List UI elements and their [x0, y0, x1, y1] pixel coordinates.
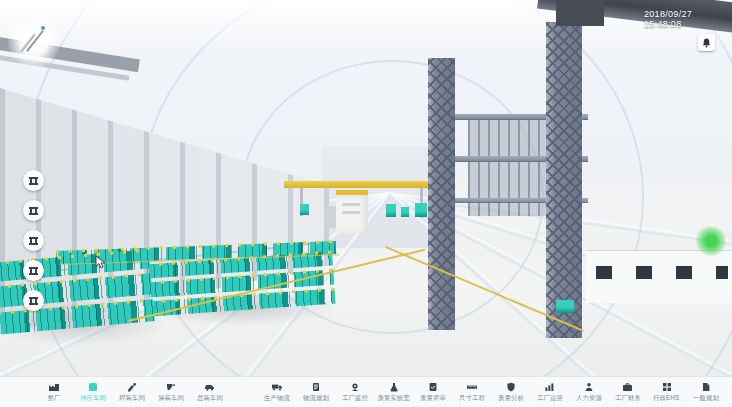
toolbar-item-admin-ehs[interactable]: 行政EHS — [647, 381, 686, 403]
press-machine-icon — [28, 206, 39, 216]
press-side-unit — [324, 206, 336, 228]
toolbar-item-welding-shop[interactable]: 焊装车间 — [112, 381, 151, 403]
crane-beam — [284, 181, 432, 188]
steel-column — [546, 22, 582, 338]
factory-icon — [48, 381, 60, 392]
press-machine-icon — [28, 266, 39, 276]
bar-chart-icon — [544, 381, 555, 392]
grid-icon — [662, 381, 672, 392]
office-wall-windows — [586, 250, 732, 303]
toolbar-item-production-logistics[interactable]: 生产物流 — [257, 381, 296, 403]
toolbar-item-dimensional-engineering[interactable]: 尺寸工程 — [452, 381, 491, 403]
toolbar-item-quality-review[interactable]: 质量评审 — [413, 381, 452, 403]
toolbar-item-general-planning[interactable]: 一般规划 — [686, 381, 725, 403]
steel-column — [428, 58, 455, 330]
toolbar-item-paint-shop[interactable]: 涂装车间 — [151, 381, 190, 403]
factory-3d-scene[interactable] — [0, 0, 732, 407]
distant-machine — [401, 207, 409, 217]
welding-icon — [126, 381, 137, 392]
toolbar-item-factory-monitoring[interactable]: 工厂监控 — [335, 381, 374, 403]
press-machine-icon — [28, 296, 39, 306]
toolbar-item-assembly-shop[interactable]: 总装车间 — [190, 381, 229, 403]
machine-at-column — [556, 300, 574, 313]
app-root: 2018/09/27 15:48:08 整厂 — [0, 0, 732, 407]
press-station-button-1[interactable] — [23, 170, 44, 191]
press-station-button-4[interactable] — [23, 260, 44, 281]
distant-machine — [415, 203, 427, 217]
toolbar-item-factory-finance[interactable]: 工厂财务 — [608, 381, 647, 403]
press-station-button-3[interactable] — [23, 230, 44, 251]
clock: 2018/09/27 15:48:08 — [644, 9, 732, 29]
press-station-button-2[interactable] — [23, 200, 44, 221]
camera-icon — [350, 381, 360, 392]
toolbar-item-factory-operations[interactable]: 工厂运营 — [530, 381, 569, 403]
status-light-green — [696, 226, 726, 256]
briefcase-icon — [622, 381, 633, 392]
toolbar-item-logistics-planning[interactable]: 物流规划 — [296, 381, 335, 403]
file-icon — [701, 381, 711, 392]
shield-icon — [506, 381, 516, 392]
notification-button[interactable] — [698, 34, 715, 51]
press-machine-icon — [28, 236, 39, 246]
ruler-icon — [466, 381, 478, 392]
toolbar-item-human-resources[interactable]: 人力资源 — [569, 381, 608, 403]
car-icon — [204, 381, 216, 392]
stamping-shop-icon — [88, 381, 98, 392]
distant-machine — [300, 204, 309, 215]
press-station-button-5[interactable] — [23, 290, 44, 311]
bell-icon — [702, 38, 711, 48]
toolbar-item-stamping-shop[interactable]: 冲压车间 — [73, 381, 112, 403]
machine-quick-buttons — [23, 170, 44, 311]
clipboard-icon — [311, 381, 321, 392]
bottom-toolbar: 整厂 冲压车间 焊装车间 涂装车间 总装车间 生产物流 — [0, 376, 732, 407]
mouse-cursor — [95, 255, 107, 269]
stamping-press-machine — [336, 190, 368, 233]
compass-glow — [8, 16, 60, 68]
girder-block — [556, 0, 604, 26]
flask-icon — [389, 381, 399, 392]
spray-gun-icon — [165, 381, 176, 392]
toolbar-item-quality-lab[interactable]: 质量实验室 — [374, 381, 413, 403]
person-icon — [584, 381, 594, 392]
document-check-icon — [428, 381, 438, 392]
toolbar-item-whole-factory[interactable]: 整厂 — [34, 381, 73, 403]
press-machine-icon — [28, 176, 39, 186]
toolbar-item-quality-analysis[interactable]: 质量分析 — [491, 381, 530, 403]
truck-icon — [271, 381, 283, 392]
distant-machine — [386, 204, 396, 217]
